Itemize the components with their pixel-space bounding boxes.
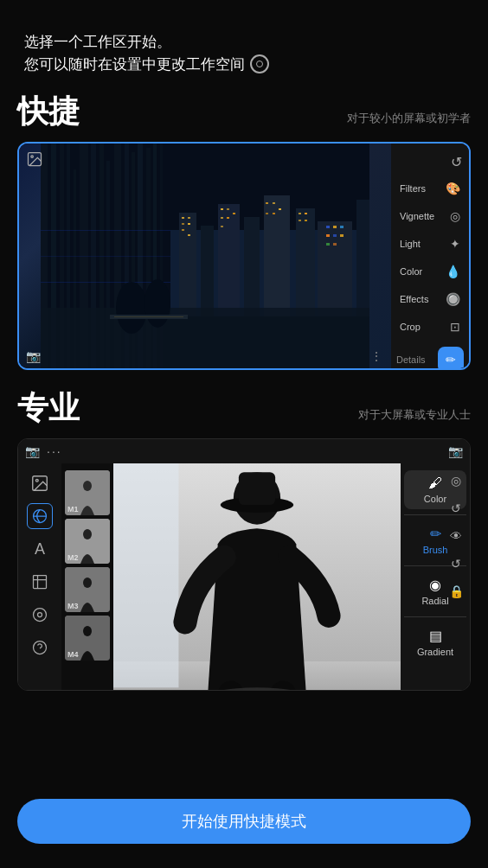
svg-point-78 [83,578,92,588]
rotate-icon: ↺ [451,154,462,170]
film-thumb-1[interactable]: M1 [65,470,110,515]
vignette-icon: ◎ [450,209,460,223]
header-title: 选择一个工作区开始。 [24,31,464,54]
svg-point-74 [83,481,92,491]
svg-rect-84 [113,463,178,687]
sidebar-item-crop[interactable]: Crop ⊡ [391,314,469,340]
right-icon-2[interactable]: ↺ [451,501,461,515]
light-label: Light [400,239,421,249]
film-thumb-4[interactable]: M4 [65,616,110,661]
pro-workspace-card[interactable]: 📷 ··· 📷 [17,438,471,691]
svg-rect-56 [41,256,170,257]
svg-rect-4 [218,204,240,316]
quick-workspace-card[interactable]: 📷 ⋮ ↺ Filters 🎨 [17,142,471,370]
radial-icon: ◉ [429,577,441,593]
color-label: Color [400,266,422,277]
sidebar-item-filters[interactable]: Filters 🎨 [391,176,469,201]
pro-left-icon-2[interactable] [27,503,53,529]
svg-rect-33 [340,226,344,228]
svg-point-69 [38,613,42,617]
pro-left-icon-4[interactable] [27,569,53,595]
svg-rect-36 [340,234,344,237]
pro-camera-icon-top: 📷 [25,444,40,458]
pro-right-item-gradient[interactable]: ▤ Gradient [404,622,466,662]
edit-button[interactable]: ✏ [438,347,464,370]
sidebar-item-vignette[interactable]: Vignette ◎ [391,203,469,229]
svg-rect-5 [244,217,260,316]
svg-rect-55 [41,230,170,231]
pro-filmstrip: M1 M2 [61,463,113,690]
quick-title: 快捷 [17,91,80,133]
svg-rect-15 [188,234,190,236]
pro-left-icon-6[interactable] [27,635,53,661]
svg-rect-9 [356,200,369,316]
color-icon: 💧 [446,265,460,278]
svg-rect-38 [333,243,337,246]
svg-rect-32 [333,226,337,228]
color-brush-icon: 🖌 [428,475,442,491]
start-button[interactable]: 开始使用快捷模式 [17,799,471,844]
svg-rect-18 [233,213,235,214]
right-icon-5[interactable]: 🔒 [449,584,464,598]
quick-card-image: 📷 ⋮ [19,144,391,368]
pro-top-bar: 📷 ··· 📷 [18,439,470,463]
svg-rect-27 [299,213,301,214]
sidebar-item-light[interactable]: Light ✦ [391,231,469,257]
header-subtitle: 您可以随时在设置中更改工作空间 [24,54,464,76]
svg-rect-11 [188,217,190,219]
light-icon: ✦ [450,237,460,251]
film-thumb-2[interactable]: M2 [65,519,110,564]
svg-rect-17 [227,208,229,210]
bottom-bar: 开始使用快捷模式 [0,785,488,868]
svg-rect-12 [182,223,184,225]
effects-icon: 🔘 [446,292,460,306]
svg-rect-87 [239,472,275,505]
pro-title: 专业 [17,387,80,430]
effects-label: Effects [400,294,428,304]
pro-section: 专业 对于大屏幕或专业人士 📷 ··· 📷 [0,387,488,691]
brush-icon: ✏ [430,526,441,542]
pro-dots-icon: ··· [47,444,62,458]
pro-section-header: 专业 对于大屏幕或专业人士 [17,387,471,430]
svg-point-59 [116,282,147,334]
svg-rect-28 [305,213,307,214]
svg-rect-25 [266,213,268,214]
quick-section-header: 快捷 对于较小的屏幕或初学者 [17,91,471,133]
svg-rect-35 [333,234,337,237]
pro-left-panel: A [18,463,61,690]
sidebar-item-color[interactable]: Color 💧 [391,258,469,284]
sidebar-item-effects[interactable]: Effects 🔘 [391,286,469,312]
svg-point-60 [144,279,170,328]
svg-rect-14 [182,229,184,231]
right-icon-3[interactable]: 👁 [450,529,462,543]
svg-rect-20 [227,217,229,219]
header: 选择一个工作区开始。 您可以随时在设置中更改工作空间 [0,0,488,91]
svg-point-80 [83,626,92,636]
svg-point-71 [34,641,47,654]
svg-rect-22 [266,202,268,204]
filters-label: Filters [400,183,426,194]
pro-left-icon-1[interactable] [27,470,53,496]
svg-rect-26 [273,213,275,214]
detail-link[interactable]: Details [396,354,426,365]
svg-point-64 [31,156,34,158]
quick-section: 快捷 对于较小的屏幕或初学者 [0,91,488,370]
film-thumb-3[interactable]: M3 [65,567,110,612]
crop-icon: ⊡ [450,320,460,334]
pro-left-icon-3[interactable]: A [27,536,53,562]
quick-camera-icon: 📷 [26,349,41,363]
pro-right-panel: 🖌 Color ✏ Brush ◉ Radial [401,463,470,690]
svg-rect-34 [326,234,330,237]
svg-rect-2 [179,213,196,316]
svg-rect-23 [273,202,275,204]
pro-left-icon-5[interactable] [27,602,53,628]
settings-icon [250,54,269,73]
svg-point-70 [34,609,47,622]
svg-rect-30 [305,220,307,221]
right-icon-1[interactable]: ◎ [451,474,461,488]
pro-camera-icon-right: 📷 [448,444,463,458]
svg-rect-21 [221,226,223,227]
svg-rect-19 [221,217,223,219]
right-icon-4[interactable]: ↺ [451,557,461,571]
quick-subtitle: 对于较小的屏幕或初学者 [347,111,471,126]
